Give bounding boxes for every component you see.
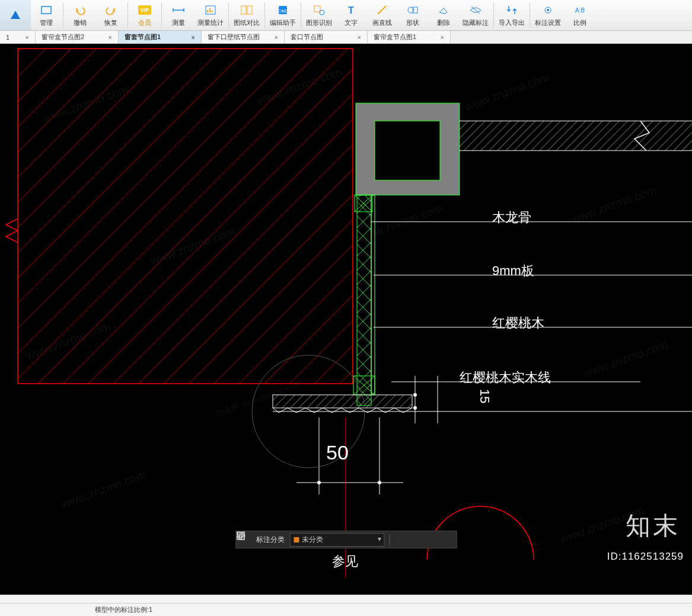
copy-icon[interactable]: [425, 534, 436, 545]
svg-rect-6: [314, 6, 320, 12]
tab-curtain-box-1[interactable]: 窗帘盒节点图1×: [368, 31, 451, 43]
svg-rect-60: [238, 532, 244, 540]
annotation-toolbar: 标注分类 未分类: [235, 531, 457, 548]
main-toolbar: 管理 撤销 恢复 VIP会员 测量 测量统计 图纸对比 CAD编辑助手 图形识别…: [0, 0, 692, 31]
svg-text:CAD: CAD: [278, 8, 288, 14]
tool-measure[interactable]: 测量: [163, 0, 194, 30]
shape-icon: [406, 3, 420, 17]
svg-rect-26: [460, 121, 692, 151]
undo-icon: [73, 3, 87, 17]
manage-icon: [39, 3, 53, 17]
svg-point-47: [378, 481, 381, 484]
label-cherry-line: 红樱桃木实木线: [460, 369, 551, 387]
tool-vip[interactable]: VIP会员: [129, 0, 160, 30]
svg-rect-37: [273, 395, 412, 408]
tool-edit-assist[interactable]: CAD编辑助手: [266, 0, 299, 30]
tool-label: 文字: [345, 18, 358, 27]
tool-label: 画直线: [372, 18, 392, 27]
close-icon[interactable]: ×: [275, 34, 278, 41]
measure-icon: [171, 3, 186, 17]
tool-redo[interactable]: 恢复: [95, 0, 126, 30]
close-icon[interactable]: ×: [441, 34, 444, 41]
tab-partial[interactable]: 1×: [0, 31, 36, 43]
tool-label: 测量统计: [197, 18, 224, 27]
tool-label: 删除: [437, 18, 450, 27]
close-icon[interactable]: ×: [25, 34, 29, 41]
tool-label: 会员: [138, 18, 151, 27]
svg-point-7: [320, 10, 324, 15]
tool-label: 形状: [406, 18, 419, 27]
edit-assist-icon: CAD: [276, 3, 290, 17]
shape-recog-icon: [312, 3, 326, 17]
scale-icon: A:B: [573, 3, 587, 17]
edit-icon[interactable]: [394, 534, 405, 545]
tool-delete[interactable]: 删除: [428, 0, 459, 30]
tool-label: 标注设置: [535, 18, 561, 27]
drawing-canvas[interactable]: 木龙骨 9mm板 红樱桃木 红樱桃木实木线 50 15 参见 www.znzmo…: [0, 44, 692, 578]
cad-drawing: [0, 44, 692, 578]
delete-icon: [436, 3, 451, 17]
tool-shape[interactable]: 形状: [397, 0, 428, 30]
tool-hide-anno[interactable]: 隐藏标注: [459, 0, 492, 30]
tab-label: 窗帘盒节点图2: [42, 33, 84, 42]
tool-label: 图纸对比: [234, 18, 260, 27]
category-value: 未分类: [302, 535, 323, 544]
label-wood-keel: 木龙骨: [492, 209, 531, 226]
hide-icon: [468, 3, 483, 17]
label-9mm-board: 9mm板: [492, 262, 534, 280]
anno-settings-icon: [541, 3, 555, 17]
close-icon[interactable]: ×: [358, 34, 361, 41]
tool-anno-settings[interactable]: 标注设置: [531, 0, 565, 30]
tool-compare[interactable]: 图纸对比: [230, 0, 263, 30]
dimension-50: 50: [326, 441, 349, 464]
label-ref: 参见: [332, 553, 358, 570]
category-dropdown[interactable]: 未分类: [289, 533, 384, 547]
tool-label: 管理: [40, 18, 53, 27]
document-tabs: 1× 窗帘盒节点图2× 窗套节点图1× 窗下口壁纸节点图× 套口节点图× 窗帘盒…: [0, 31, 692, 44]
tab-curtain-box-2[interactable]: 窗帘盒节点图2×: [36, 31, 119, 43]
svg-rect-20: [18, 49, 353, 384]
tool-undo[interactable]: 撤销: [65, 0, 95, 30]
import-export-icon: [505, 3, 519, 17]
tool-line[interactable]: 画直线: [366, 0, 397, 30]
svg-text:T: T: [348, 5, 354, 15]
close-icon[interactable]: ×: [192, 34, 195, 41]
paste-icon[interactable]: [441, 534, 451, 545]
svg-rect-23: [375, 121, 440, 180]
tool-import-export[interactable]: 导入导出: [495, 0, 528, 30]
tool-label: 隐藏标注: [463, 18, 489, 27]
vip-icon: VIP: [138, 3, 152, 17]
tool-shape-recog[interactable]: 图形识别: [302, 0, 336, 30]
label-cherry-wood: 红樱桃木: [492, 314, 544, 332]
svg-rect-2: [241, 6, 246, 14]
line-icon: [375, 3, 389, 17]
tool-scale[interactable]: A:B比例: [565, 0, 595, 30]
svg-rect-30: [371, 195, 375, 394]
tool-measure-stats[interactable]: 测量统计: [194, 0, 227, 30]
tool-text[interactable]: T文字: [336, 0, 366, 30]
tool-label: 测量: [172, 18, 185, 27]
measure-stats-icon: [203, 3, 218, 17]
close-icon[interactable]: ×: [109, 34, 112, 41]
tool-label: 比例: [573, 18, 586, 27]
move-icon[interactable]: [410, 534, 420, 545]
horizontal-scrollbar[interactable]: [0, 595, 692, 603]
tool-label: 导入导出: [499, 18, 525, 27]
tab-label: 1: [6, 34, 9, 41]
svg-point-46: [317, 481, 321, 484]
svg-text:A:B: A:B: [575, 7, 585, 14]
tab-label: 窗下口壁纸节点图: [208, 33, 260, 42]
tool-label: 撤销: [74, 18, 87, 27]
svg-point-51: [413, 406, 417, 410]
tab-window-casing-1[interactable]: 窗套节点图1×: [119, 31, 202, 43]
tool-label: 编辑助手: [270, 18, 296, 27]
tool-label: 恢复: [104, 18, 117, 27]
tab-casing[interactable]: 套口节点图×: [285, 31, 368, 43]
category-label: 标注分类: [256, 535, 285, 545]
app-logo-button[interactable]: [0, 0, 31, 30]
tab-window-sill-wallpaper[interactable]: 窗下口壁纸节点图×: [202, 31, 285, 43]
svg-line-9: [378, 6, 386, 14]
tab-label: 窗帘盒节点图1: [374, 33, 416, 42]
tool-label: 图形识别: [306, 18, 332, 27]
tool-manage[interactable]: 管理: [31, 0, 62, 30]
